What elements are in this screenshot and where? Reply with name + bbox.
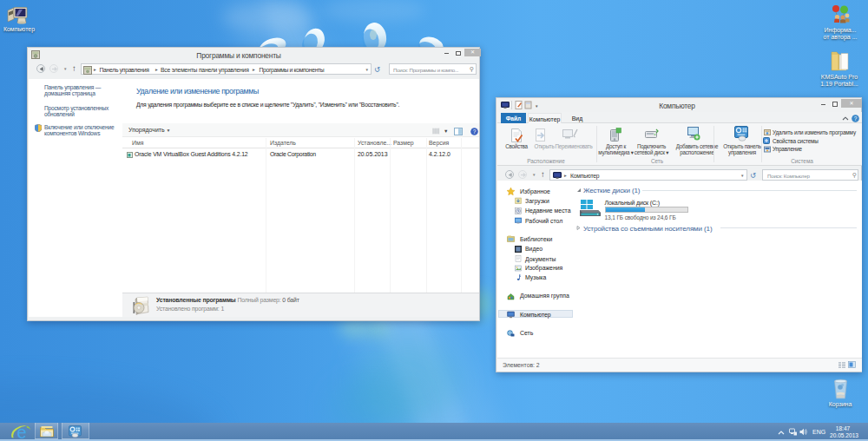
- svg-text:?: ?: [854, 115, 858, 122]
- svg-text:?: ?: [473, 128, 477, 135]
